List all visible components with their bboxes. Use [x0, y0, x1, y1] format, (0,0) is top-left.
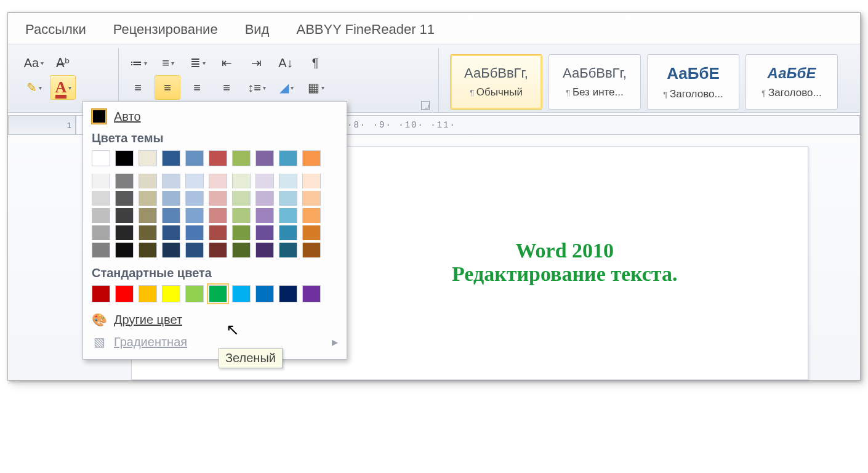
color-swatch[interactable]	[209, 285, 227, 302]
color-swatch[interactable]	[232, 225, 251, 240]
color-swatch[interactable]	[255, 174, 274, 188]
style-no-spacing[interactable]: АаБбВвГг, Без инте...	[549, 54, 641, 110]
color-swatch[interactable]	[279, 285, 297, 302]
color-swatch[interactable]	[115, 191, 134, 206]
color-swatch[interactable]	[185, 150, 204, 166]
style-heading2[interactable]: АаБбЕ Заголово...	[745, 54, 838, 110]
color-swatch[interactable]	[232, 191, 251, 206]
color-swatch[interactable]	[279, 174, 297, 188]
align-center-button[interactable]: ≡	[155, 75, 180, 100]
color-swatch[interactable]	[209, 191, 227, 206]
color-swatch[interactable]	[279, 150, 297, 166]
color-swatch[interactable]	[302, 150, 321, 166]
color-swatch[interactable]	[302, 285, 321, 302]
tab-abbyy[interactable]: ABBYY FineReader 11	[296, 22, 435, 38]
tab-view[interactable]: Вид	[245, 22, 270, 38]
highlight-button[interactable]: ✎	[20, 75, 46, 100]
color-swatch[interactable]	[302, 208, 321, 223]
color-swatch[interactable]	[232, 150, 251, 166]
color-swatch[interactable]	[185, 191, 204, 206]
color-swatch[interactable]	[209, 150, 227, 166]
change-case-button[interactable]: Aa	[20, 51, 46, 75]
color-swatch[interactable]	[185, 174, 204, 188]
color-swatch[interactable]	[92, 243, 110, 257]
color-swatch[interactable]	[139, 191, 157, 206]
ruler-left[interactable]: 1	[8, 115, 76, 135]
tab-review[interactable]: Рецензирование	[113, 22, 218, 38]
color-swatch[interactable]	[185, 208, 204, 223]
color-swatch[interactable]	[139, 150, 157, 166]
color-swatch[interactable]	[162, 208, 180, 223]
color-swatch[interactable]	[232, 208, 251, 223]
color-swatch[interactable]	[92, 225, 110, 240]
color-swatch[interactable]	[139, 225, 157, 240]
color-swatch[interactable]	[139, 243, 157, 257]
color-swatch[interactable]	[255, 208, 274, 223]
shading-button[interactable]: ◢	[273, 75, 299, 100]
color-swatch[interactable]	[115, 243, 134, 257]
show-marks-button[interactable]: ¶	[302, 51, 328, 75]
color-swatch[interactable]	[115, 174, 134, 188]
sort-button[interactable]: A↓	[273, 51, 299, 75]
color-swatch[interactable]	[162, 150, 180, 166]
style-normal[interactable]: АаБбВвГг, Обычный	[450, 54, 542, 110]
color-swatch[interactable]	[92, 191, 110, 206]
paragraph-dialog-launcher[interactable]	[421, 101, 430, 110]
borders-button[interactable]: ▦	[302, 75, 328, 100]
color-swatch[interactable]	[302, 174, 321, 188]
color-swatch[interactable]	[279, 208, 297, 223]
color-swatch[interactable]	[302, 191, 321, 206]
color-swatch[interactable]	[255, 225, 274, 240]
color-auto[interactable]: Авто	[83, 105, 347, 127]
style-heading1[interactable]: АаБбЕ Заголово...	[647, 54, 739, 110]
justify-button[interactable]: ≡	[214, 75, 239, 100]
color-swatch[interactable]	[92, 174, 110, 188]
color-swatch[interactable]	[232, 285, 251, 302]
color-swatch[interactable]	[185, 243, 204, 257]
line-spacing-button[interactable]: ↕≡	[243, 75, 269, 100]
color-swatch[interactable]	[115, 150, 134, 166]
color-swatch[interactable]	[279, 225, 297, 240]
color-swatch[interactable]	[92, 150, 110, 166]
decrease-indent-button[interactable]: ⇤	[214, 51, 239, 75]
color-swatch[interactable]	[185, 285, 204, 302]
color-swatch[interactable]	[255, 150, 274, 166]
color-swatch[interactable]	[279, 243, 297, 257]
color-swatch[interactable]	[115, 285, 134, 302]
bullets-button[interactable]: ≔	[125, 51, 151, 75]
align-left-button[interactable]: ≡	[125, 75, 151, 100]
tab-mailings[interactable]: Рассылки	[25, 22, 86, 38]
color-swatch[interactable]	[115, 208, 134, 223]
color-swatch[interactable]	[209, 225, 227, 240]
color-swatch[interactable]	[139, 174, 157, 188]
color-swatch[interactable]	[115, 225, 134, 240]
increase-indent-button[interactable]: ⇥	[243, 51, 269, 75]
color-swatch[interactable]	[92, 285, 110, 302]
multilevel-button[interactable]: ≣	[184, 51, 210, 75]
clear-formatting-button[interactable]: A̶ᵇ	[50, 51, 76, 75]
color-swatch[interactable]	[139, 208, 157, 223]
color-swatch[interactable]	[162, 243, 180, 257]
color-swatch[interactable]	[162, 174, 180, 188]
color-swatch[interactable]	[162, 225, 180, 240]
color-swatch[interactable]	[302, 225, 321, 240]
color-swatch[interactable]	[209, 243, 227, 257]
numbering-button[interactable]: ≡	[155, 51, 180, 75]
color-swatch[interactable]	[255, 285, 274, 302]
color-swatch[interactable]	[92, 208, 110, 223]
color-swatch[interactable]	[209, 208, 227, 223]
color-swatch[interactable]	[255, 243, 274, 257]
font-color-button[interactable]: A	[50, 75, 76, 100]
color-swatch[interactable]	[255, 191, 274, 206]
more-colors[interactable]: 🎨 Другие цвет	[83, 309, 347, 331]
color-swatch[interactable]	[232, 174, 251, 188]
color-swatch[interactable]	[232, 243, 251, 257]
color-swatch[interactable]	[209, 174, 227, 188]
color-swatch[interactable]	[139, 285, 157, 302]
color-swatch[interactable]	[302, 243, 321, 257]
color-swatch[interactable]	[279, 191, 297, 206]
color-swatch[interactable]	[185, 225, 204, 240]
color-swatch[interactable]	[162, 285, 180, 302]
color-swatch[interactable]	[162, 191, 180, 206]
align-right-button[interactable]: ≡	[184, 75, 210, 100]
